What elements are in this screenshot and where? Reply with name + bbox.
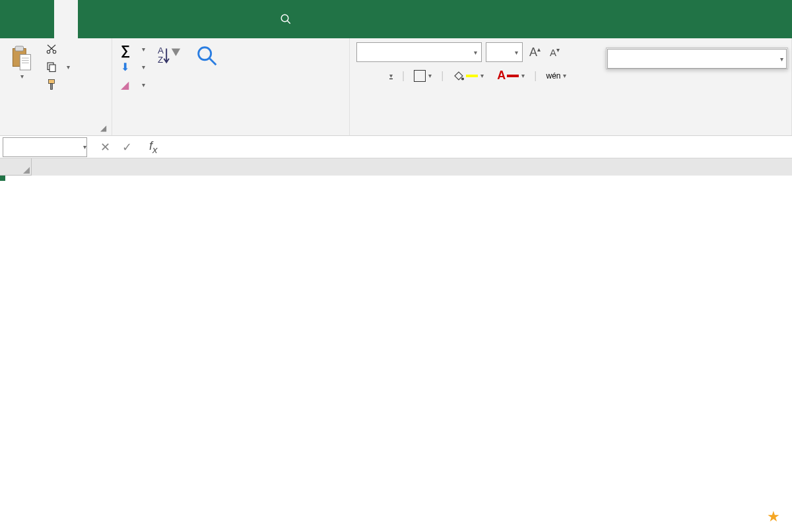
autosum-button[interactable]: ∑ ▾ — [117, 41, 148, 57]
fx-icon[interactable]: fx — [143, 139, 164, 155]
increase-font-button[interactable]: A▴ — [527, 46, 543, 59]
copy-button[interactable]: ▾ — [42, 59, 73, 75]
bold-button[interactable] — [356, 73, 364, 79]
svg-rect-14 — [49, 80, 55, 84]
svg-point-18 — [199, 48, 211, 60]
tab-data[interactable] — [149, 0, 173, 38]
number-format-dropdown: ▾ — [606, 48, 788, 69]
dialog-launcher-icon[interactable]: ◢ — [100, 123, 106, 133]
chevron-down-icon: ▾ — [20, 73, 24, 80]
spreadsheet-grid — [0, 158, 792, 176]
copy-icon — [46, 61, 57, 73]
fill-down-icon: ⬇ — [121, 61, 133, 73]
italic-button[interactable] — [370, 73, 378, 79]
sort-filter-icon: AZ — [156, 44, 182, 69]
fill-color-button[interactable]: ▾ — [449, 67, 488, 84]
tab-excel-finance[interactable] — [30, 0, 54, 38]
tab-review[interactable] — [173, 0, 197, 38]
tab-help[interactable] — [244, 0, 268, 38]
tab-search[interactable] — [268, 0, 309, 38]
font-name-dropdown[interactable]: ▾ — [356, 42, 482, 62]
font-color-button[interactable]: A▾ — [493, 66, 529, 85]
tab-insert[interactable] — [78, 0, 102, 38]
brush-icon — [46, 79, 57, 90]
formula-input[interactable] — [164, 139, 792, 154]
group-clipboard: ▾ ▾ ◢ — [0, 38, 112, 135]
ribbon-tabs — [0, 0, 792, 38]
accept-formula-button[interactable]: ✓ — [122, 140, 132, 154]
tab-home[interactable] — [54, 0, 78, 38]
name-box[interactable]: ▾ — [3, 137, 87, 157]
svg-point-20 — [462, 78, 464, 80]
svg-rect-13 — [50, 65, 55, 72]
svg-rect-15 — [51, 84, 53, 90]
tab-formulas[interactable] — [125, 0, 149, 38]
underline-button[interactable]: ▾ — [383, 69, 397, 82]
eraser-icon: ◢ — [121, 79, 133, 90]
formula-bar: ▾ ✕ ✓ fx — [0, 136, 792, 158]
tab-page-layout[interactable] — [102, 0, 125, 38]
svg-line-1 — [287, 20, 290, 24]
magnifier-icon — [195, 44, 220, 69]
phonetic-button[interactable]: wén▾ — [542, 69, 570, 83]
decrease-font-button[interactable]: A▾ — [547, 46, 562, 58]
cancel-formula-button[interactable]: ✕ — [100, 140, 110, 154]
cut-button[interactable] — [42, 41, 73, 57]
svg-text:Z: Z — [158, 55, 163, 65]
clear-button[interactable]: ◢ ▾ — [117, 77, 148, 92]
watermark: ★ — [763, 507, 784, 527]
border-button[interactable]: ▾ — [410, 67, 436, 84]
font-size-dropdown[interactable]: ▾ — [486, 42, 523, 62]
sigma-icon: ∑ — [121, 43, 133, 55]
fill-handle[interactable] — [0, 176, 5, 181]
svg-point-0 — [281, 15, 288, 22]
paste-icon — [9, 44, 33, 73]
search-icon — [280, 13, 292, 25]
scissors-icon — [46, 43, 57, 55]
group-editing: ∑ ▾ ⬇ ▾ ◢ ▾ AZ — [112, 38, 350, 135]
paste-button[interactable]: ▾ — [5, 41, 37, 92]
find-select-button[interactable] — [189, 41, 225, 92]
tab-file[interactable] — [7, 0, 30, 38]
border-icon — [414, 70, 426, 82]
tab-view[interactable] — [197, 0, 220, 38]
tab-developer[interactable] — [220, 0, 244, 38]
sort-filter-button[interactable]: AZ — [151, 41, 187, 92]
format-painter-button[interactable] — [42, 77, 73, 92]
svg-rect-3 — [15, 46, 24, 51]
svg-point-9 — [53, 50, 56, 53]
number-format-combo[interactable]: ▾ — [607, 49, 787, 69]
bucket-icon — [453, 70, 465, 82]
svg-rect-4 — [20, 55, 30, 70]
select-all-corner[interactable] — [0, 158, 32, 176]
svg-line-19 — [210, 59, 216, 65]
fill-button[interactable]: ⬇ ▾ — [117, 59, 148, 75]
svg-point-8 — [47, 50, 50, 53]
